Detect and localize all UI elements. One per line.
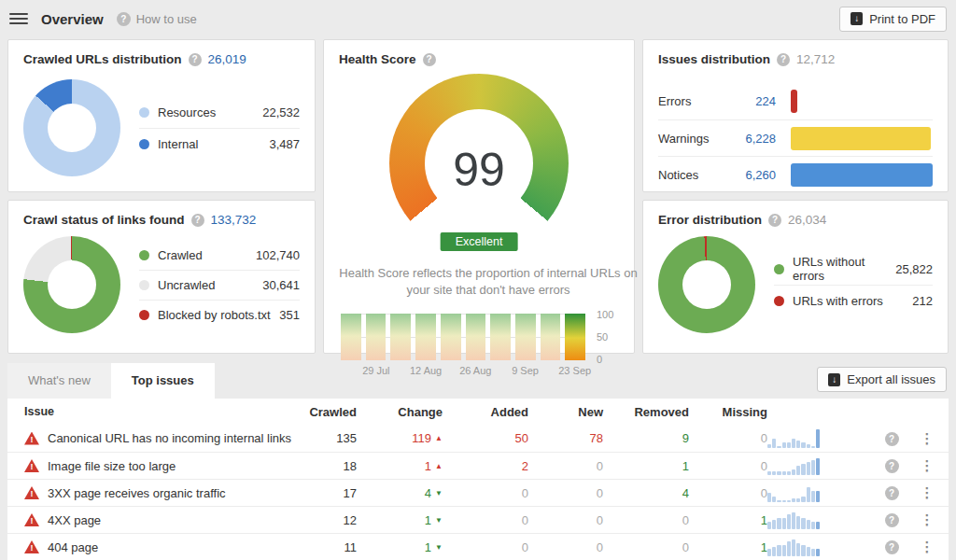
kebab-menu-icon[interactable]: ⋮	[911, 511, 943, 528]
help-circle-icon[interactable]: ?	[885, 540, 899, 554]
legend-dot-icon	[139, 310, 149, 320]
issue-type-count[interactable]: 6,228	[729, 132, 776, 146]
change-value: 1▼	[357, 513, 443, 527]
legend-value: 3,487	[269, 137, 300, 151]
col-header-new[interactable]: New	[528, 405, 603, 419]
removed-value: 1	[603, 459, 689, 473]
issue-name[interactable]: Canonical URL has no incoming internal l…	[48, 431, 291, 445]
change-value: 1▼	[357, 540, 443, 554]
health-history-bar	[490, 314, 511, 360]
health-score-title: Health Score	[339, 52, 416, 66]
legend-item[interactable]: Uncrawled 30,641	[139, 270, 300, 300]
issue-sparkline-chart[interactable]	[767, 429, 872, 448]
legend-dot-icon	[139, 107, 149, 118]
health-score-description: Health Score reflects the proportion of …	[339, 265, 638, 298]
issue-name[interactable]: Image file size too large	[48, 459, 176, 473]
col-header-issue[interactable]: Issue	[24, 405, 291, 418]
export-all-issues-button[interactable]: ↓ Export all issues	[817, 367, 947, 392]
crawled-value: 11	[291, 540, 357, 554]
removed-value: 0	[603, 540, 689, 554]
issue-type-label: Errors	[658, 94, 729, 108]
legend-item[interactable]: URLs without errors 25,822	[774, 253, 933, 285]
table-row[interactable]: ! 4XX page 12 1▼ 0 0 0 1 ? ⋮	[7, 506, 949, 533]
missing-value: 0	[689, 431, 767, 445]
col-header-change[interactable]: Change	[357, 405, 443, 419]
help-circle-icon[interactable]: ?	[191, 214, 204, 227]
issue-sparkline-chart[interactable]	[767, 511, 872, 529]
col-header-missing[interactable]: Missing	[689, 405, 767, 419]
legend-value: 22,532	[262, 105, 300, 119]
top-issues-table: Issue Crawled Change Added New Removed M…	[7, 399, 949, 560]
tab-top-issues[interactable]: Top issues	[111, 363, 215, 399]
help-circle-icon[interactable]: ?	[777, 53, 790, 66]
how-to-use[interactable]: ? How to use	[117, 12, 197, 26]
help-circle-icon[interactable]: ?	[885, 486, 899, 500]
print-to-pdf-button[interactable]: ↓ Print to PDF	[839, 7, 947, 32]
crawled-urls-donut-chart[interactable]	[23, 79, 120, 176]
kebab-menu-icon[interactable]: ⋮	[911, 484, 943, 501]
y-tick: 50	[597, 331, 608, 343]
hamburger-menu-icon[interactable]	[9, 13, 28, 24]
legend-value: 25,822	[895, 262, 933, 276]
legend-item[interactable]: URLs with errors 212	[774, 285, 933, 316]
help-circle-icon[interactable]: ?	[885, 459, 899, 473]
col-header-removed[interactable]: Removed	[603, 405, 689, 419]
missing-value: 0	[689, 459, 767, 473]
kebab-menu-icon[interactable]: ⋮	[911, 539, 943, 555]
table-row[interactable]: ! 404 page 11 1▼ 0 0 0 1 ? ⋮	[7, 533, 949, 560]
crawl-status-card: Crawl status of links found ? 133,732 Cr…	[7, 200, 316, 354]
new-value: 0	[528, 513, 603, 527]
issue-distribution-row: Errors 224	[658, 83, 933, 119]
new-value: 0	[528, 459, 603, 473]
health-history-bar	[341, 314, 361, 360]
new-value: 78	[528, 431, 603, 445]
health-history-bar	[390, 314, 411, 360]
issue-distribution-row: Notices 6,260	[658, 156, 933, 192]
issues-distribution-rows: Errors 224 Warnings 6,228 Notices 6,260	[658, 83, 933, 192]
error-distribution-donut-chart[interactable]	[658, 236, 755, 333]
col-header-added[interactable]: Added	[443, 405, 528, 419]
issue-sparkline-chart[interactable]	[767, 538, 872, 556]
col-header-crawled[interactable]: Crawled	[291, 405, 357, 419]
trend-up-icon: ▲	[435, 462, 443, 470]
help-circle-icon[interactable]: ?	[423, 53, 436, 66]
table-row[interactable]: ! Image file size too large 18 1▲ 2 0 1 …	[7, 452, 949, 479]
kebab-menu-icon[interactable]: ⋮	[911, 430, 943, 447]
health-history-y-axis: 100 50 0	[585, 314, 617, 360]
help-circle-icon[interactable]: ?	[885, 513, 899, 527]
issue-type-label: Warnings	[658, 132, 729, 146]
crawled-value: 135	[291, 431, 357, 445]
issue-type-count[interactable]: 224	[729, 94, 776, 108]
error-warning-icon: !	[24, 486, 39, 499]
legend-item[interactable]: Crawled 102,740	[139, 240, 300, 270]
crawl-status-total[interactable]: 133,732	[211, 213, 257, 227]
help-circle-icon[interactable]: ?	[768, 214, 781, 227]
legend-item[interactable]: Blocked by robots.txt 351	[139, 300, 300, 329]
issue-name[interactable]: 4XX page	[48, 513, 101, 527]
crawled-urls-total[interactable]: 26,019	[208, 52, 246, 66]
legend-label: Crawled	[158, 248, 203, 262]
missing-value: 1	[689, 540, 767, 554]
legend-item[interactable]: Resources 22,532	[139, 96, 300, 128]
issue-sparkline-chart[interactable]	[767, 456, 872, 475]
health-score-gauge: 99 Excellent	[389, 74, 569, 253]
issue-sparkline-chart[interactable]	[767, 483, 872, 502]
help-circle-icon[interactable]: ?	[885, 432, 899, 446]
issue-name[interactable]: 3XX page receives organic traffic	[48, 486, 226, 500]
legend-dot-icon	[139, 280, 149, 290]
help-circle-icon[interactable]: ?	[189, 53, 202, 66]
health-history-chart[interactable]: 100 50 0	[341, 314, 617, 360]
legend-item[interactable]: Internal 3,487	[139, 128, 300, 160]
health-history-bar	[441, 314, 461, 360]
table-row[interactable]: ! Canonical URL has no incoming internal…	[7, 425, 949, 452]
crawl-status-donut-chart[interactable]	[23, 236, 120, 333]
kebab-menu-icon[interactable]: ⋮	[911, 457, 943, 474]
issue-name[interactable]: 404 page	[48, 540, 98, 554]
issue-type-bar	[791, 127, 931, 150]
tab-whats-new[interactable]: What's new	[7, 363, 111, 399]
error-warning-icon: !	[24, 540, 39, 553]
legend-value: 102,740	[256, 248, 300, 262]
issue-type-count[interactable]: 6,260	[729, 168, 776, 182]
table-row[interactable]: ! 3XX page receives organic traffic 17 4…	[7, 479, 949, 506]
crawled-value: 18	[291, 459, 357, 473]
